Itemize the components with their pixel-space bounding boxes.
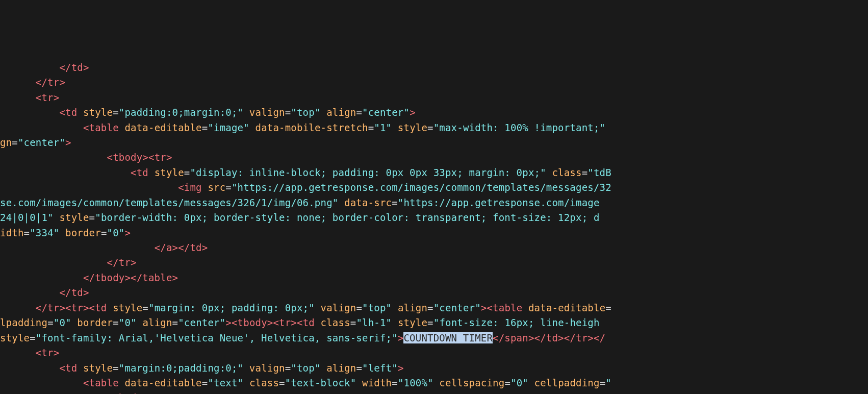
code-token-str: "font-size: 16px; line-heigh: [433, 317, 600, 328]
code-indent: [202, 182, 208, 193]
code-token-str: "border-width: 0px; border-style: none; …: [95, 212, 599, 223]
code-token-punc: =: [356, 302, 362, 313]
code-indent: [0, 182, 178, 193]
code-line[interactable]: <td style="margin:0;padding:0;" valign="…: [0, 361, 868, 376]
code-token-tag: >: [410, 107, 416, 118]
code-line[interactable]: <tr>: [0, 346, 868, 360]
code-indent: [0, 122, 83, 133]
code-token-punc: =: [392, 197, 398, 208]
code-token-attr: border: [77, 317, 113, 328]
code-line[interactable]: style="font-family: Arial,'Helvetica Neu…: [0, 331, 868, 346]
code-token-attr: data-mobile-stretch: [256, 122, 368, 133]
code-indent: [0, 347, 36, 358]
code-line[interactable]: <table data-editable="text" class="text-…: [0, 376, 868, 390]
code-token-str: "1": [374, 122, 392, 133]
code-token-str: "margin: 0px; padding: 0px;": [148, 302, 315, 313]
code-token-str: "display: inline-block; padding: 0px 0px…: [190, 167, 546, 178]
code-line[interactable]: gn="center">: [0, 135, 868, 150]
code-token-tag: </tr><tr><td: [36, 302, 107, 313]
code-indent: [0, 152, 107, 163]
code-token-attr: valign: [249, 362, 285, 374]
code-token-attr: lpadding: [0, 317, 47, 328]
code-indent: [0, 92, 36, 103]
code-token-str: "334": [30, 227, 59, 238]
code-indent: [137, 317, 143, 328]
code-token-tag: <tr>: [36, 92, 60, 103]
code-indent: [0, 362, 59, 374]
code-indent: [321, 362, 327, 374]
code-token-attr: style: [0, 332, 30, 343]
code-indent: [356, 377, 362, 388]
code-line[interactable]: <td style="padding:0;margin:0;" valign="…: [0, 105, 868, 120]
code-line[interactable]: <td style="display: inline-block; paddin…: [0, 165, 868, 180]
code-token-attr: style: [398, 317, 427, 328]
code-token-punc: =: [12, 137, 18, 148]
code-token-tag: </td>: [59, 287, 89, 298]
code-indent: [243, 377, 249, 388]
code-token-str: "0": [510, 377, 528, 388]
code-indent: [0, 377, 83, 388]
code-line[interactable]: <tbody><tr>: [0, 150, 868, 165]
code-indent: [546, 167, 552, 178]
code-token-punc: =: [101, 227, 107, 238]
code-token-str: se.com/images/common/templates/messages/…: [0, 197, 338, 208]
code-indent: [0, 287, 59, 298]
code-line[interactable]: </tbody></table>: [0, 270, 868, 285]
code-line[interactable]: </a></td>: [0, 240, 868, 255]
code-token-str: "padding:0;margin:0;": [119, 107, 243, 118]
code-token-punc: =: [356, 362, 362, 374]
code-token-punc: =: [113, 107, 119, 118]
code-token-tag: </td>: [59, 62, 89, 73]
code-token-tag: ><table: [481, 302, 522, 313]
code-indent: [0, 77, 36, 88]
code-indent: [321, 107, 327, 118]
code-token-tag: <img: [178, 182, 202, 193]
code-line[interactable]: se.com/images/common/templates/messages/…: [0, 195, 868, 210]
code-indent: [59, 227, 65, 238]
code-line[interactable]: </td>: [0, 285, 868, 300]
code-token-attr: border: [65, 227, 101, 238]
code-token-punc: =: [368, 122, 374, 133]
code-token-punc: =: [427, 122, 433, 133]
selected-text[interactable]: COUNTDOWN TIMER: [403, 332, 493, 343]
code-token-tag: </tr>: [36, 77, 65, 88]
code-token-tag: ><tbody><tr><td: [225, 317, 315, 328]
code-line[interactable]: </tr>: [0, 75, 868, 90]
code-token-attr: style: [59, 212, 89, 223]
code-token-str: "0": [119, 317, 137, 328]
code-token-tag: </span></td></tr></: [493, 332, 605, 343]
code-token-str: "left": [362, 362, 398, 374]
code-token-tag: <tbody><tr>: [107, 152, 172, 163]
code-editor-viewport[interactable]: </td> </tr> <tr> <td style="padding:0;ma…: [0, 60, 868, 394]
code-token-punc: =: [89, 212, 95, 223]
code-line[interactable]: <table data-editable="image" data-mobile…: [0, 120, 868, 135]
code-token-punc: =: [350, 317, 356, 328]
code-token-tag: >: [65, 137, 71, 148]
code-line[interactable]: idth="334" border="0">: [0, 226, 868, 240]
code-line[interactable]: </td>: [0, 60, 868, 75]
code-line[interactable]: <img src="https://app.getresponse.com/im…: [0, 180, 868, 195]
code-indent: [77, 107, 83, 118]
code-token-str: 24|0|0|1": [0, 212, 54, 223]
code-token-str: "text-block": [285, 377, 356, 388]
code-token-attr: data-src: [344, 197, 392, 208]
code-token-str: "text": [208, 377, 243, 388]
code-token-punc: =: [142, 302, 148, 313]
code-token-punc: =: [392, 377, 398, 388]
code-token-punc: =: [113, 317, 119, 328]
code-line[interactable]: lpadding="0" border="0" align="center"><…: [0, 315, 868, 330]
code-line[interactable]: <tr>: [0, 90, 868, 105]
code-token-punc: =: [24, 227, 30, 238]
code-line[interactable]: </tr><tr><td style="margin: 0px; padding…: [0, 301, 868, 315]
code-line[interactable]: </tr>: [0, 255, 868, 270]
code-token-punc: =: [427, 317, 433, 328]
code-token-str: "max-width: 100% !important;": [433, 122, 606, 133]
code-line[interactable]: <tbody><tr>: [0, 390, 868, 394]
code-line[interactable]: 24|0|0|1" style="border-width: 0px; bord…: [0, 210, 868, 225]
code-token-punc: =: [285, 107, 291, 118]
code-token-punc: =: [184, 167, 190, 178]
code-token-str: "top": [291, 107, 320, 118]
code-indent: [148, 167, 155, 178]
code-token-punc: =: [285, 362, 291, 374]
code-token-str: "100%": [398, 377, 433, 388]
